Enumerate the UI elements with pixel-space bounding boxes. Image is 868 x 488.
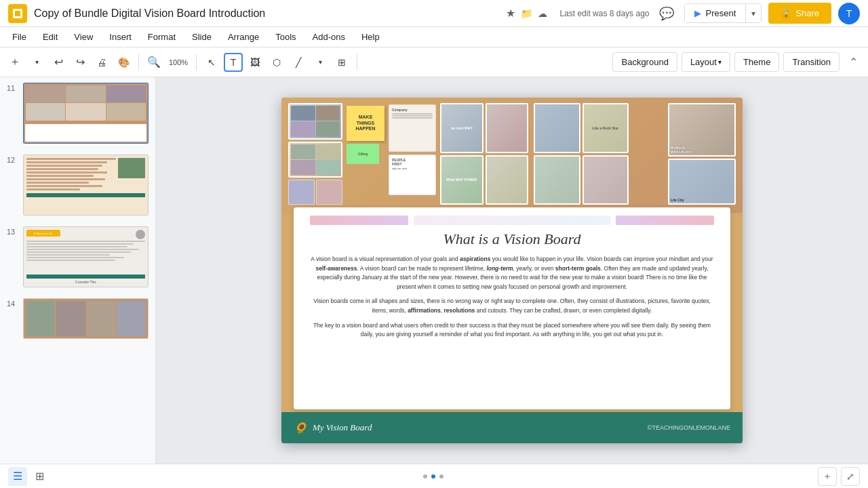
expand-button[interactable]: ⤢: [841, 467, 860, 486]
s12-content: [24, 155, 148, 215]
layout-button[interactable]: Layout ▾: [682, 52, 730, 72]
s12-line-10: [26, 188, 80, 190]
s13-text-lines: [26, 241, 145, 274]
share-button[interactable]: 🔒 Share: [768, 3, 831, 24]
main-slide[interactable]: MAKETHINGSHAPPEN Gifting Company PEOPLEF…: [281, 98, 743, 443]
slide-preview-11[interactable]: [23, 83, 149, 144]
far-right-photos: MyWorldWild Life Art Life City: [668, 103, 736, 205]
menu-tools[interactable]: Tools: [269, 29, 302, 45]
transition-button[interactable]: Transition: [783, 52, 840, 72]
s13-badge: A Balanced Life: [26, 230, 60, 237]
slide-panel: 11 12: [0, 77, 156, 464]
paint-format-button[interactable]: 🎨: [114, 53, 133, 72]
menu-format[interactable]: Format: [141, 29, 182, 45]
grid-view-button[interactable]: ⊞: [30, 467, 49, 486]
canvas-area[interactable]: MAKETHINGSHAPPEN Gifting Company PEOPLEF…: [156, 77, 868, 464]
s12-line-3: [26, 165, 102, 167]
list-view-button[interactable]: ☰: [8, 467, 27, 486]
s12-line-5: [26, 171, 107, 174]
card-people-first: PEOPLEFIRST why we start: [389, 155, 436, 195]
comment-button[interactable]: 💬: [656, 3, 677, 24]
s13-avatar: [136, 230, 145, 239]
slide-number-13: 13: [7, 228, 18, 236]
right-panel-controls: [863, 268, 868, 273]
zoom-level[interactable]: 100%: [166, 53, 191, 72]
toolbar: ＋ ▾ ↩ ↪ 🖨 🎨 🔍 100% ↖ T 🖼 ⬡ ╱ ▾ ⊞ Backgro…: [0, 47, 868, 77]
menu-help[interactable]: Help: [355, 29, 387, 45]
toolbar-separator-1: [138, 54, 139, 70]
undo-button[interactable]: ↩: [49, 53, 68, 72]
menu-file[interactable]: File: [5, 29, 33, 45]
more-tool[interactable]: ⊞: [332, 53, 351, 72]
content-box: What is a Vision Board A vision board is…: [294, 207, 730, 409]
add-slide-caret[interactable]: ▾: [27, 53, 46, 72]
zoom-out-button[interactable]: 🔍: [144, 53, 163, 72]
s12-text-lines: [26, 158, 116, 190]
present-button[interactable]: ▶ Present: [684, 3, 746, 23]
menu-slide[interactable]: Slide: [185, 29, 218, 45]
slide-thumbnail-11[interactable]: 11: [0, 77, 155, 149]
line-tool[interactable]: ╱: [289, 53, 308, 72]
s13-footer: [26, 274, 145, 279]
s11-cell-4: [26, 103, 65, 120]
title-icons: ★ 📁 ☁: [506, 7, 547, 20]
slide-preview-13[interactable]: A Balanced Life Consider This: [23, 226, 149, 287]
folder-icon[interactable]: 📁: [521, 8, 532, 19]
center-photo-2: [486, 103, 529, 153]
footer-logo: 🌻 My Vision Board: [294, 422, 372, 434]
paragraph-1: A vision board is a visual representatio…: [310, 255, 714, 291]
s11-cell-3: [106, 85, 146, 102]
menu-edit[interactable]: Edit: [36, 29, 64, 45]
slide-preview-12[interactable]: [23, 155, 149, 216]
right-photos-1: Like a Rock Star: [534, 103, 629, 205]
pg1-c1: [291, 106, 315, 121]
text-tool[interactable]: T: [224, 53, 243, 72]
toolbar-right: Background Layout ▾ Theme Transition ⌃: [612, 52, 863, 72]
print-button[interactable]: 🖨: [92, 53, 111, 72]
s13-l7: [26, 257, 124, 258]
cursor-tool[interactable]: ↖: [202, 53, 221, 72]
star-icon[interactable]: ★: [506, 7, 515, 20]
s13-header: A Balanced Life: [26, 230, 145, 239]
slide-preview-14[interactable]: [23, 298, 149, 339]
left-collage: [288, 103, 342, 205]
menu-addons[interactable]: Add-ons: [306, 29, 352, 45]
s13-l1: [26, 241, 145, 242]
line-caret[interactable]: ▾: [311, 53, 330, 72]
s13-l2: [26, 243, 134, 245]
pg2-c2: [316, 144, 340, 159]
slide-thumbnail-12[interactable]: 12: [0, 149, 155, 221]
theme-button[interactable]: Theme: [734, 52, 779, 72]
s14-collage: [24, 299, 148, 338]
add-slide-bottom-button[interactable]: ＋: [818, 467, 837, 486]
slide-thumbnail-13[interactable]: 13 A Balanced Life: [0, 221, 155, 293]
center-photo-1: we start WHY: [440, 103, 484, 153]
cloud-icon: ☁: [538, 8, 547, 19]
add-slide-button[interactable]: ＋: [5, 53, 24, 72]
image-tool[interactable]: 🖼: [245, 53, 264, 72]
menu-view[interactable]: View: [67, 29, 100, 45]
pg1-c3: [291, 121, 315, 136]
rp1-c1: [534, 103, 580, 153]
footer-text: My Vision Board: [313, 422, 372, 433]
s12-line-1: [26, 158, 116, 160]
s12-line-9: [26, 185, 102, 187]
shape-tool[interactable]: ⬡: [267, 53, 286, 72]
s12-line-6: [26, 175, 94, 177]
redo-button[interactable]: ↪: [71, 53, 90, 72]
top-right-actions: Last edit was 8 days ago 💬 ▶ Present ▾ 🔒…: [554, 3, 860, 24]
menu-arrange[interactable]: Arrange: [221, 29, 266, 45]
background-button[interactable]: Background: [612, 52, 677, 72]
menu-insert[interactable]: Insert: [102, 29, 138, 45]
app-icon: [8, 4, 27, 23]
toolbar-separator-2: [196, 54, 197, 70]
collapse-toolbar-button[interactable]: ⌃: [844, 53, 863, 72]
s11-cork-bg: [24, 83, 148, 143]
paragraph-2: Vision boards come in all shapes and siz…: [310, 297, 714, 315]
present-caret-button[interactable]: ▾: [746, 3, 762, 23]
lock-icon: 🔒: [781, 8, 791, 18]
s14-c2: [56, 301, 85, 336]
slide-thumbnail-14[interactable]: 14: [0, 293, 155, 344]
pg1-c2: [316, 106, 340, 121]
avatar[interactable]: T: [838, 3, 860, 24]
